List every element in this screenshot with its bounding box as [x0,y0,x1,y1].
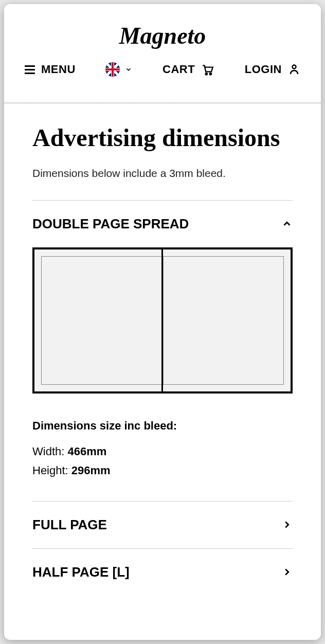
menu-label: MENU [41,63,76,76]
login-label: LOGIN [245,63,282,76]
phone-frame: Magneto MENU CART [4,4,321,640]
chevron-right-icon [281,566,293,578]
accordion-header-halfpage[interactable]: HALF PAGE [L] [32,549,293,596]
svg-point-0 [206,73,207,75]
hamburger-icon [25,65,35,74]
page-title: Advertising dimensions [32,124,293,152]
dps-right-page [163,256,284,385]
uk-flag-icon [105,62,120,77]
dps-diagram [32,247,293,393]
dps-diagram-container [32,247,293,419]
height-value: 296mm [71,464,111,477]
cart-label: CART [162,63,195,76]
dps-inner [41,256,284,385]
cart-button[interactable]: CART [162,63,214,76]
accordion-header-fullpage[interactable]: FULL PAGE [32,502,293,548]
chevron-right-icon [281,519,293,530]
accordion-title: HALF PAGE [L] [32,564,130,580]
content: Advertising dimensions Dimensions below … [4,104,321,596]
accordion-header-dps[interactable]: DOUBLE PAGE SPREAD [32,201,293,247]
chevron-down-icon [125,66,132,73]
width-row: Width: 466mm [32,442,293,461]
height-row: Height: 296mm [32,461,293,480]
nav-row: MENU CART LOGIN [20,62,305,77]
cart-icon [201,63,214,76]
dimensions-section: Dimensions size inc bleed: Width: 466mm … [32,419,293,501]
user-icon [288,63,300,76]
dps-left-page [41,256,161,385]
width-label: Width: [32,445,67,458]
width-value: 466mm [67,445,106,458]
menu-button[interactable]: MENU [25,63,76,76]
accordion-title: FULL PAGE [32,517,107,533]
login-button[interactable]: LOGIN [245,63,300,76]
svg-point-2 [292,65,296,69]
page-subtitle: Dimensions below include a 3mm bleed. [32,167,293,180]
accordion-title: DOUBLE PAGE SPREAD [32,216,189,232]
logo: Magneto [20,22,305,49]
svg-point-1 [210,73,211,75]
chevron-up-icon [281,218,293,229]
language-selector[interactable] [105,62,132,77]
dimensions-heading: Dimensions size inc bleed: [32,419,293,433]
height-label: Height: [32,464,71,477]
header: Magneto MENU CART [4,4,321,87]
